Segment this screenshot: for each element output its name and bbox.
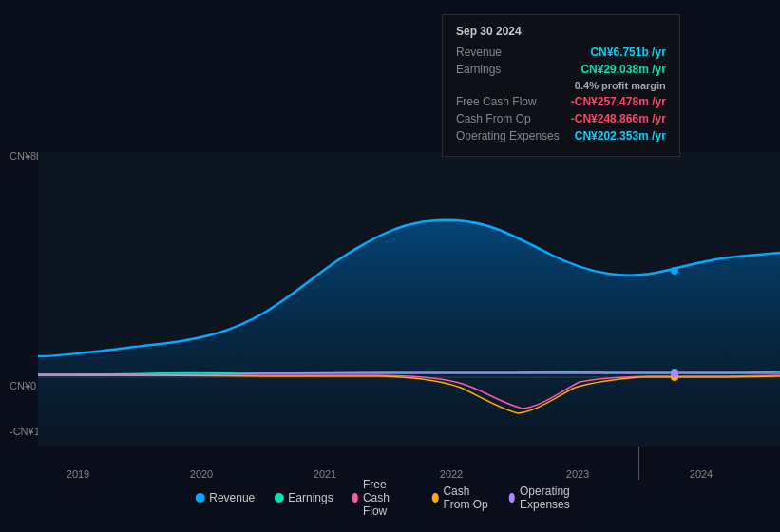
legend-item-earnings: Earnings (274, 491, 333, 504)
chart-container: Sep 30 2024 Revenue CN¥6.751b /yr Earnin… (0, 0, 780, 532)
tooltip-label-revenue: Revenue (456, 46, 502, 59)
legend-label-revenue: Revenue (209, 491, 255, 504)
chart-legend: Revenue Earnings Free Cash Flow Cash Fro… (195, 478, 585, 518)
tooltip-value-opex: CN¥202.353m /yr (575, 129, 666, 142)
legend-dot-revenue (195, 493, 204, 503)
tooltip-value-revenue: CN¥6.751b /yr (590, 46, 665, 59)
tooltip-label-earnings: Earnings (456, 63, 501, 76)
legend-item-cashfromop: Cash From Op (432, 484, 490, 511)
tooltip-row-cashfromop: Cash From Op -CN¥248.866m /yr (456, 112, 666, 125)
tooltip-value-earnings: CN¥29.038m /yr (580, 63, 665, 76)
legend-dot-fcf (352, 493, 358, 503)
tooltip-row-earnings: Earnings CN¥29.038m /yr (456, 63, 666, 76)
chart-svg (38, 152, 780, 446)
legend-item-revenue: Revenue (195, 491, 255, 504)
legend-label-fcf: Free Cash Flow (363, 478, 413, 518)
tooltip-row-revenue: Revenue CN¥6.751b /yr (456, 46, 666, 59)
tooltip: Sep 30 2024 Revenue CN¥6.751b /yr Earnin… (442, 14, 680, 157)
legend-label-earnings: Earnings (288, 491, 333, 504)
x-label-2024: 2024 (690, 468, 713, 480)
legend-label-cashfromop: Cash From Op (443, 484, 489, 511)
y-label-0: CN¥0 (10, 380, 36, 391)
legend-dot-opex (509, 493, 515, 503)
opex-dot (671, 370, 678, 377)
tooltip-value-margin: 0.4% profit margin (575, 80, 666, 91)
tooltip-label-fcf: Free Cash Flow (456, 95, 537, 108)
tooltip-row-opex: Operating Expenses CN¥202.353m /yr (456, 129, 666, 142)
legend-item-opex: Operating Expenses (509, 484, 585, 511)
tooltip-value-cashfromop: -CN¥248.866m /yr (571, 112, 666, 125)
legend-label-opex: Operating Expenses (520, 484, 585, 511)
tooltip-label-opex: Operating Expenses (456, 129, 560, 142)
tooltip-row-fcf: Free Cash Flow -CN¥257.478m /yr (456, 95, 666, 108)
tooltip-label-cashfromop: Cash From Op (456, 112, 531, 125)
tooltip-value-fcf: -CN¥257.478m /yr (571, 95, 666, 108)
revenue-dot (671, 267, 678, 275)
x-label-2019: 2019 (67, 468, 89, 480)
legend-dot-cashfromop (432, 493, 438, 503)
tooltip-profit-margin: 0.4% profit margin (456, 80, 666, 91)
legend-dot-earnings (274, 493, 283, 503)
legend-item-fcf: Free Cash Flow (352, 478, 413, 518)
tooltip-title: Sep 30 2024 (456, 25, 666, 38)
